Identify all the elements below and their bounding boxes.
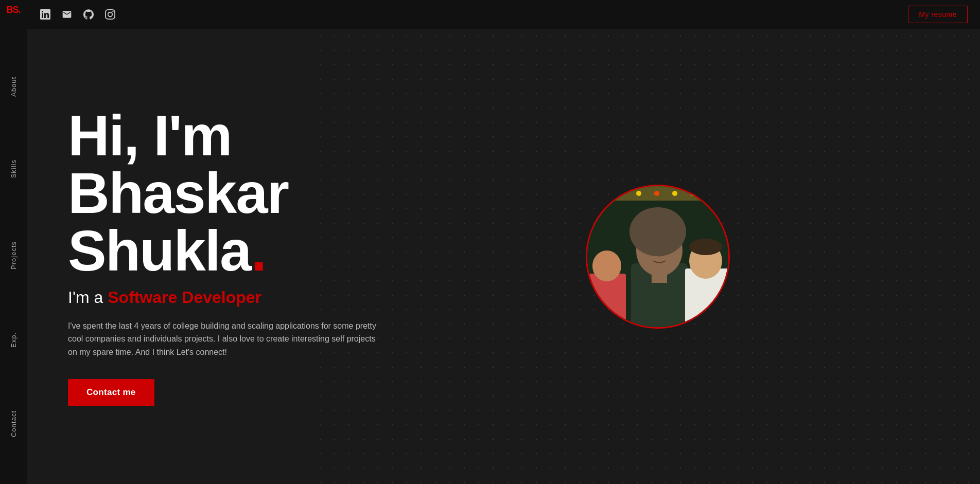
sidebar: BS. About Skills Projects Exp. Contact [0, 0, 27, 484]
linkedin-icon[interactable] [39, 8, 51, 21]
email-icon[interactable] [61, 8, 73, 21]
hero-section: Hi, I'm Bhaskar Shukla. I'm a Software D… [27, 29, 980, 484]
svg-point-10 [636, 225, 682, 276]
logo[interactable]: BS. [6, 5, 20, 14]
svg-rect-19 [587, 274, 626, 327]
hero-dot: . [251, 219, 266, 283]
sidebar-nav: About Skills Projects Exp. Contact [8, 35, 20, 479]
sidebar-item-contact[interactable]: Contact [8, 406, 20, 441]
hero-subtitle-plain: I'm a [68, 288, 108, 307]
sidebar-item-skills[interactable]: Skills [8, 155, 20, 182]
svg-point-13 [664, 244, 670, 252]
profile-image-area [377, 185, 939, 329]
svg-point-11 [636, 220, 682, 243]
logo-text: BS [6, 5, 18, 15]
main-content: My resume Hi, I'm Bhaskar Shukla. I'm a … [27, 0, 980, 484]
hero-title: Hi, I'm Bhaskar Shukla. [68, 107, 377, 280]
hero-description: I've spent the last 4 years of college b… [68, 319, 377, 359]
topbar-icons [39, 8, 116, 21]
profile-circle [586, 185, 730, 329]
hero-name-line1: Bhaskar [68, 165, 377, 222]
svg-point-18 [689, 239, 722, 255]
svg-point-4 [636, 191, 641, 196]
profile-photo [587, 186, 728, 327]
sidebar-item-projects[interactable]: Projects [8, 237, 20, 274]
resume-button[interactable]: My resume [908, 6, 968, 23]
svg-point-12 [649, 244, 655, 252]
hero-subtitle: I'm a Software Developer [68, 288, 377, 307]
svg-point-5 [654, 191, 659, 196]
svg-point-8 [708, 191, 713, 196]
svg-point-7 [690, 191, 695, 196]
hero-text-block: Hi, I'm Bhaskar Shukla. I'm a Software D… [68, 107, 377, 406]
instagram-icon[interactable] [104, 8, 116, 21]
svg-point-20 [592, 250, 621, 281]
svg-rect-15 [652, 273, 667, 283]
svg-point-3 [618, 191, 623, 196]
hero-name-line2: Shukla. [68, 222, 377, 280]
sidebar-item-exp[interactable]: Exp. [8, 328, 20, 352]
contact-me-button[interactable]: Contact me [68, 379, 154, 406]
sidebar-item-about[interactable]: About [8, 73, 20, 101]
logo-dot: . [19, 5, 21, 15]
hero-subtitle-highlight: Software Developer [108, 288, 261, 307]
svg-point-2 [600, 191, 605, 196]
svg-point-14 [657, 252, 661, 257]
svg-point-6 [672, 191, 677, 196]
hero-greeting: Hi, I'm [68, 107, 377, 165]
github-icon[interactable] [82, 8, 95, 21]
topbar: My resume [27, 0, 980, 29]
profile-avatar-svg [587, 186, 728, 327]
